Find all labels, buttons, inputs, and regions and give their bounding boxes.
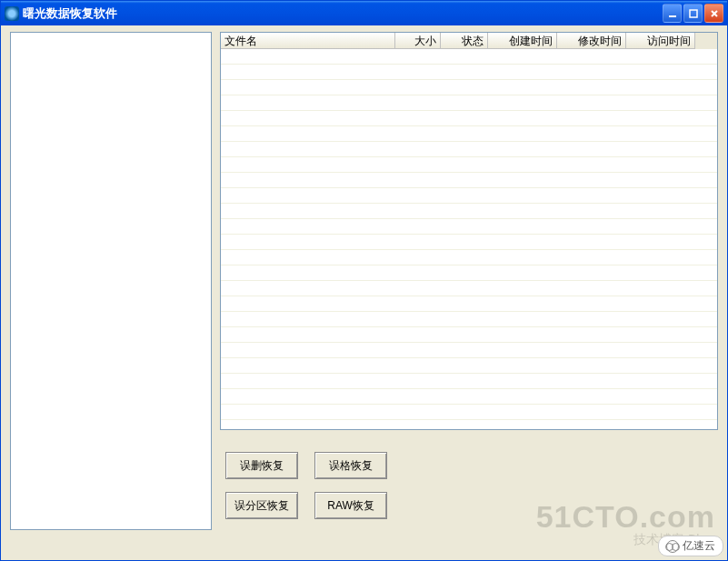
- table-row[interactable]: [221, 296, 717, 312]
- application-window: 曙光数据恢复软件 文件名大小状态创建时间修改时间访问时间 误删恢复 误格恢复: [0, 0, 728, 561]
- table-row[interactable]: [221, 111, 717, 126]
- list-header: 文件名大小状态创建时间修改时间访问时间: [221, 33, 717, 49]
- column-header-1[interactable]: 大小: [395, 33, 441, 49]
- table-row[interactable]: [221, 327, 717, 343]
- table-row[interactable]: [221, 95, 717, 111]
- column-header-5[interactable]: 访问时间: [626, 33, 695, 49]
- window-title: 曙光数据恢复软件: [23, 5, 663, 22]
- close-button[interactable]: [704, 4, 723, 23]
- column-header-2[interactable]: 状态: [441, 33, 488, 49]
- table-row[interactable]: [221, 405, 717, 420]
- raw-recover-button[interactable]: RAW恢复: [314, 492, 387, 519]
- delete-recover-button[interactable]: 误删恢复: [225, 452, 298, 479]
- window-controls: [663, 4, 723, 23]
- table-row[interactable]: [221, 142, 717, 157]
- file-list[interactable]: 文件名大小状态创建时间修改时间访问时间: [220, 32, 718, 430]
- partition-recover-button[interactable]: 误分区恢复: [225, 492, 298, 519]
- maximize-button[interactable]: [683, 4, 703, 23]
- table-row[interactable]: [221, 65, 717, 80]
- action-panel: 误删恢复 误格恢复 误分区恢复 RAW恢复: [220, 439, 718, 530]
- tree-panel[interactable]: [10, 32, 212, 530]
- table-row[interactable]: [221, 358, 717, 374]
- minimize-button[interactable]: [663, 4, 682, 23]
- watermark-sub: 技术博客 Blog: [633, 532, 713, 548]
- table-row[interactable]: [221, 219, 717, 235]
- column-header-0[interactable]: 文件名: [221, 33, 395, 49]
- format-recover-button[interactable]: 误格恢复: [314, 452, 387, 479]
- table-row[interactable]: [221, 157, 717, 173]
- titlebar[interactable]: 曙光数据恢复软件: [1, 1, 727, 25]
- table-row[interactable]: [221, 204, 717, 219]
- table-row[interactable]: [221, 281, 717, 296]
- column-header-3[interactable]: 创建时间: [488, 33, 557, 49]
- table-row[interactable]: [221, 389, 717, 405]
- svg-rect-0: [669, 15, 676, 17]
- table-row[interactable]: [221, 80, 717, 95]
- table-row[interactable]: [221, 173, 717, 188]
- svg-rect-1: [690, 10, 697, 17]
- table-row[interactable]: [221, 250, 717, 265]
- table-row[interactable]: [221, 374, 717, 389]
- table-row[interactable]: [221, 188, 717, 204]
- app-icon: [5, 6, 19, 21]
- table-row[interactable]: [221, 49, 717, 65]
- column-header-4[interactable]: 修改时间: [557, 33, 626, 49]
- table-row[interactable]: [221, 265, 717, 281]
- table-row[interactable]: [221, 343, 717, 358]
- client-area: 文件名大小状态创建时间修改时间访问时间 误删恢复 误格恢复 误分区恢复 RAW恢…: [4, 25, 724, 557]
- table-row[interactable]: [221, 312, 717, 327]
- list-body[interactable]: [221, 49, 717, 429]
- table-row[interactable]: [221, 126, 717, 142]
- table-row[interactable]: [221, 235, 717, 250]
